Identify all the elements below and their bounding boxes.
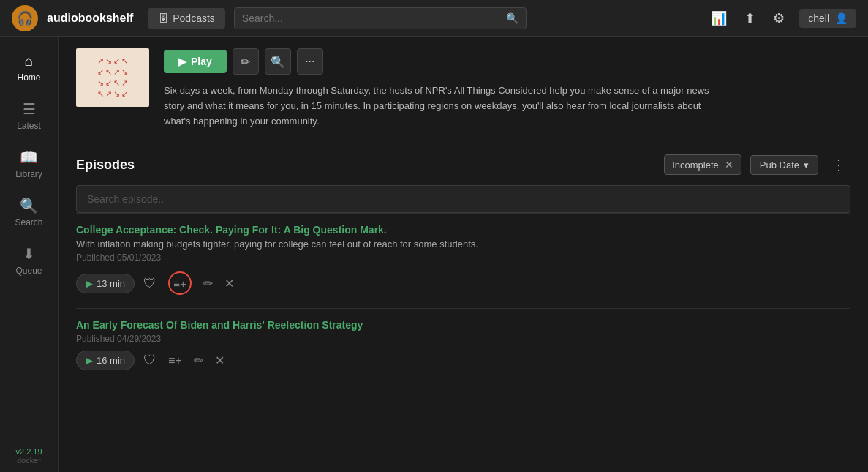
- episode-description: With inflation making budgets tighter, p…: [76, 239, 850, 250]
- logo-icon: 🎧: [17, 10, 33, 26]
- episode-published-date: Published 05/01/2023: [76, 252, 850, 263]
- shield-check-icon: 🛡: [143, 276, 156, 291]
- episodes-section: Episodes Incomplete ✕ Pub Date ▾ ⋮ Colle…: [59, 141, 868, 393]
- podcast-cover-art: ↗ ↘ ↙ ↖ ↙ ↖ ↗ ↘ ↘ ↙ ↖ ↗ ↖ ↗ ↘ ↙: [76, 48, 149, 107]
- ep-duration: 13 min: [97, 278, 125, 289]
- episode-remove-icon[interactable]: ✕: [212, 351, 227, 370]
- sidebar-item-home[interactable]: ⌂ Home: [0, 44, 58, 91]
- play-button[interactable]: ▶ Play: [164, 50, 227, 73]
- episode-play-button[interactable]: ▶ 13 min: [76, 274, 135, 293]
- library-icon: 📖: [20, 149, 38, 166]
- episode-actions: ▶ 13 min 🛡 ≡+ ✏ ✕: [76, 269, 850, 298]
- pencil-icon: ✏: [194, 353, 203, 367]
- episode-edit-icon[interactable]: ✏: [200, 274, 216, 293]
- podcast-action-row: ▶ Play ✏ 🔍 ···: [164, 48, 850, 75]
- sidebar-item-queue[interactable]: ⬇ Queue: [0, 236, 58, 285]
- chevron-down-icon: ▾: [804, 160, 809, 171]
- queue-add-icon: ≡+: [168, 354, 182, 367]
- find-button[interactable]: 🔍: [265, 48, 291, 75]
- play-triangle-icon: ▶: [178, 56, 186, 67]
- episode-add-to-queue-icon[interactable]: ≡+: [165, 269, 195, 298]
- sort-dropdown[interactable]: Pub Date ▾: [750, 155, 818, 175]
- upload-icon-button[interactable]: ⬆: [741, 7, 758, 29]
- episode-actions: ▶ 16 min 🛡 ≡+ ✏ ✕: [76, 350, 850, 371]
- podcast-description: Six days a week, from Monday through Sat…: [164, 83, 720, 129]
- database-icon: 🗄: [158, 12, 168, 24]
- sidebar-item-library[interactable]: 📖 Library: [0, 140, 58, 188]
- top-nav: 🎧 audiobookshelf 🗄 Podcasts 🔍 📊 ⬆ ⚙ chel…: [0, 0, 868, 37]
- episodes-header: Episodes Incomplete ✕ Pub Date ▾ ⋮: [76, 153, 850, 176]
- close-icon: ✕: [224, 277, 234, 291]
- search-sidebar-icon: 🔍: [20, 197, 38, 214]
- more-button[interactable]: ···: [297, 48, 323, 75]
- user-avatar-icon: 👤: [835, 12, 848, 24]
- sort-label: Pub Date: [760, 160, 799, 171]
- global-search-bar: 🔍: [234, 7, 527, 29]
- vertical-dots-icon: ⋮: [831, 157, 846, 173]
- main-content: ↗ ↘ ↙ ↖ ↙ ↖ ↗ ↘ ↘ ↙ ↖ ↗ ↖ ↗ ↘ ↙: [59, 37, 868, 472]
- ep-play-icon: ▶: [86, 278, 93, 289]
- filter-close-icon[interactable]: ✕: [725, 159, 733, 171]
- highlight-ring: ≡+: [168, 271, 192, 295]
- sidebar-item-search[interactable]: 🔍 Search: [0, 188, 58, 236]
- latest-icon: ☰: [23, 100, 36, 118]
- global-search-input[interactable]: [242, 8, 502, 29]
- episode-title: College Acceptance: Check. Paying For It…: [76, 224, 850, 236]
- filter-label: Incomplete: [672, 160, 719, 171]
- shield-check-icon: 🛡: [143, 353, 156, 368]
- sidebar-item-latest[interactable]: ☰ Latest: [0, 91, 58, 140]
- episode-add-to-queue-icon[interactable]: ≡+: [165, 351, 185, 370]
- close-icon: ✕: [215, 353, 224, 367]
- env-label: docker: [17, 456, 41, 465]
- pencil-icon: ✏: [203, 277, 213, 291]
- episode-title: An Early Forecast Of Biden and Harris' R…: [76, 319, 850, 331]
- episode-mark-done-icon[interactable]: 🛡: [140, 273, 159, 294]
- episode-search-input[interactable]: [76, 185, 850, 213]
- sidebar-label-search: Search: [15, 217, 42, 228]
- episode-remove-icon[interactable]: ✕: [222, 274, 237, 293]
- ep-play-icon: ▶: [86, 355, 93, 366]
- queue-icon: ⬇: [23, 245, 35, 263]
- sidebar: ⌂ Home ☰ Latest 📖 Library 🔍 Search ⬇ Que…: [0, 37, 59, 472]
- version-link[interactable]: v2.2.19: [15, 447, 42, 456]
- filter-incomplete-chip[interactable]: Incomplete ✕: [664, 154, 741, 175]
- queue-add-icon: ≡+: [173, 277, 186, 290]
- sidebar-label-queue: Queue: [15, 266, 42, 276]
- podcasts-nav-button[interactable]: 🗄 Podcasts: [148, 8, 225, 29]
- episode-item: College Acceptance: Check. Paying For It…: [76, 213, 850, 308]
- username-label: chell: [808, 12, 829, 24]
- episodes-more-button[interactable]: ⋮: [827, 153, 850, 176]
- episodes-title: Episodes: [76, 157, 135, 173]
- main-layout: ⌂ Home ☰ Latest 📖 Library 🔍 Search ⬇ Que…: [0, 37, 868, 472]
- episode-published-date: Published 04/29/2023: [76, 334, 850, 344]
- sidebar-label-library: Library: [15, 169, 42, 179]
- settings-icon-button[interactable]: ⚙: [770, 7, 788, 29]
- sidebar-version: v2.2.19 docker: [15, 447, 42, 472]
- home-icon: ⌂: [24, 53, 33, 70]
- sidebar-label-home: Home: [17, 72, 40, 83]
- app-title: audiobookshelf: [47, 12, 133, 25]
- episode-item: An Early Forecast Of Biden and Harris' R…: [76, 308, 850, 381]
- sidebar-label-latest: Latest: [17, 121, 41, 131]
- user-profile-button[interactable]: chell 👤: [799, 9, 856, 28]
- app-logo: 🎧: [12, 5, 38, 31]
- search-icon: 🔍: [506, 12, 518, 24]
- ep-duration: 16 min: [97, 355, 125, 366]
- top-right-actions: 📊 ⬆ ⚙ chell 👤: [708, 7, 856, 29]
- episode-play-button[interactable]: ▶ 16 min: [76, 351, 135, 370]
- podcast-header: ↗ ↘ ↙ ↖ ↙ ↖ ↗ ↘ ↘ ↙ ↖ ↗ ↖ ↗ ↘ ↙: [59, 37, 868, 141]
- stats-icon-button[interactable]: 📊: [708, 7, 730, 29]
- podcast-info: ▶ Play ✏ 🔍 ··· Six days a week, from Mon…: [164, 48, 850, 129]
- edit-button[interactable]: ✏: [233, 48, 259, 75]
- episode-edit-icon[interactable]: ✏: [191, 351, 206, 370]
- episode-mark-done-icon[interactable]: 🛡: [140, 350, 159, 371]
